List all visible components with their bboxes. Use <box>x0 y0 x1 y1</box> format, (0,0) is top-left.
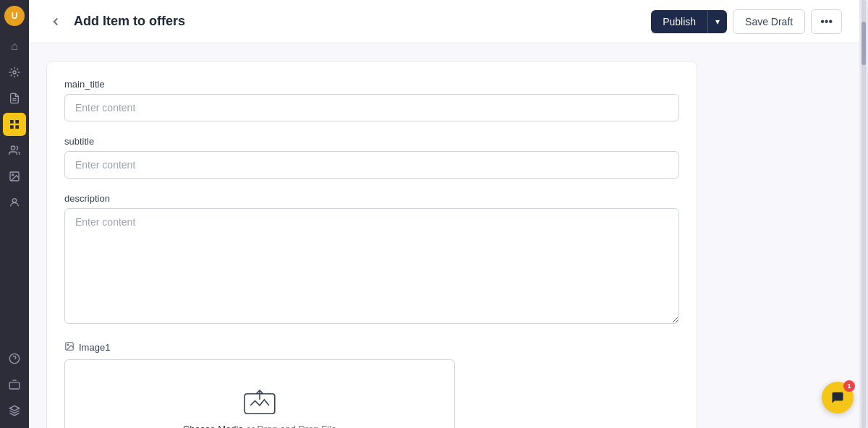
header-left: Add Item to offers <box>46 12 185 31</box>
back-button[interactable] <box>46 12 65 31</box>
sidebar-item-image[interactable] <box>3 165 26 188</box>
image1-upload-text: Choose Media or Drag and Drop File <box>183 424 336 428</box>
chat-badge: 1 <box>843 380 855 392</box>
description-textarea[interactable] <box>64 208 679 324</box>
image1-upload-zone[interactable]: Choose Media or Drag and Drop File <box>64 359 455 428</box>
main-title-input[interactable] <box>64 94 679 121</box>
sidebar: U ⌂ <box>0 0 29 428</box>
svg-point-16 <box>67 344 69 346</box>
svg-rect-3 <box>10 120 14 124</box>
content-area: main_title subtitle description Image <box>29 43 859 428</box>
svg-point-7 <box>11 146 14 150</box>
sidebar-item-users[interactable] <box>3 191 26 214</box>
more-options-button[interactable]: ••• <box>811 9 842 34</box>
subtitle-label: subtitle <box>64 136 679 147</box>
main-content: Add Item to offers Publish ▾ Save Draft … <box>29 0 859 428</box>
main-title-label: main_title <box>64 79 679 90</box>
image1-label: Image1 <box>79 342 110 353</box>
sidebar-item-docs[interactable] <box>3 87 26 110</box>
description-field: description <box>64 193 679 327</box>
sidebar-item-layers2[interactable] <box>3 399 26 422</box>
save-draft-button[interactable]: Save Draft <box>733 9 805 34</box>
upload-icon-1 <box>242 389 277 418</box>
sidebar-item-help[interactable] <box>3 347 26 370</box>
sidebar-item-home[interactable]: ⌂ <box>3 35 26 58</box>
scrollbar-panel <box>859 0 868 428</box>
scrollbar-thumb[interactable] <box>861 22 866 65</box>
image1-label-row: Image1 <box>64 341 679 354</box>
svg-rect-13 <box>9 382 19 389</box>
form-container: main_title subtitle description Image <box>46 61 697 428</box>
scrollbar-track <box>861 0 866 428</box>
main-title-field: main_title <box>64 79 679 121</box>
publish-dropdown-button[interactable]: ▾ <box>707 10 727 33</box>
svg-point-10 <box>12 199 16 202</box>
publish-group: Publish ▾ <box>651 10 727 33</box>
sidebar-item-layers[interactable] <box>3 61 26 84</box>
sidebar-item-grid[interactable] <box>3 113 26 136</box>
publish-button[interactable]: Publish <box>651 10 707 33</box>
page-title: Add Item to offers <box>74 14 185 29</box>
subtitle-field: subtitle <box>64 136 679 179</box>
sidebar-item-people[interactable] <box>3 139 26 162</box>
svg-marker-14 <box>9 406 19 411</box>
svg-rect-6 <box>15 125 19 129</box>
image1-field: Image1 Choose Media or Drag and Drop Fil… <box>64 341 679 428</box>
svg-point-9 <box>12 174 14 176</box>
sidebar-item-settings[interactable] <box>3 373 26 396</box>
avatar[interactable]: U <box>4 6 25 26</box>
image1-icon <box>64 341 75 354</box>
svg-point-0 <box>13 71 16 74</box>
description-label: description <box>64 193 679 204</box>
svg-rect-4 <box>15 120 19 124</box>
header-actions: Publish ▾ Save Draft ••• <box>651 9 842 34</box>
header: Add Item to offers Publish ▾ Save Draft … <box>29 0 859 43</box>
subtitle-input[interactable] <box>64 151 679 179</box>
chat-bubble[interactable]: 1 <box>822 382 854 414</box>
svg-rect-5 <box>10 125 14 129</box>
